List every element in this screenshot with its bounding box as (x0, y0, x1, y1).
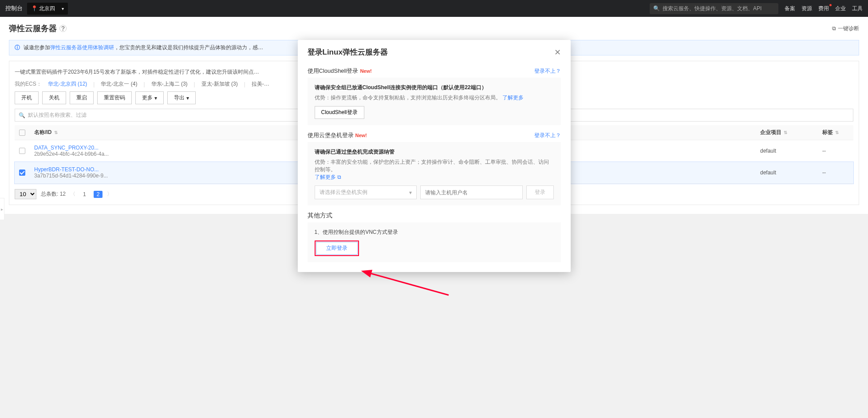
console-label[interactable]: 控制台 (5, 4, 23, 12)
bastion-title: 使用云堡垒机登录 (308, 131, 354, 139)
row-checkbox[interactable] (19, 170, 25, 176)
table-search-placeholder: 默认按照名称搜索、过滤 (28, 111, 87, 119)
tags-text: -- (822, 170, 826, 176)
nav-enterprise[interactable]: 企业 (835, 5, 846, 12)
sidebar-expand-handle[interactable]: ▸ (0, 198, 4, 214)
pager-next[interactable]: 〉 (107, 190, 112, 198)
page-1[interactable]: 1 (80, 191, 89, 198)
other-methods-title: 其他方式 (308, 212, 561, 214)
bastion-help-link[interactable]: 登录不上？ (534, 132, 561, 139)
close-icon[interactable]: ✕ (554, 48, 561, 56)
region-tab-2[interactable]: 华东-上海二 (3) (151, 80, 188, 88)
cloudshell-desc: 优势：操作更流畅，命令支持复制粘贴，支持浏览输出历史和多终端分区布局。 (315, 95, 501, 101)
col-project: 企业项目 (760, 129, 781, 135)
bastion-login-button[interactable]: 登录 (526, 185, 554, 199)
search-icon: 🔍 (19, 112, 25, 118)
project-text: default (760, 148, 776, 154)
reset-password-button[interactable]: 重置密码 (97, 91, 132, 104)
sort-icon[interactable]: ⇅ (835, 130, 839, 135)
bastion-note: 请确保已通过堡垒机完成资源纳管 (315, 148, 554, 156)
total-count: 12 (60, 191, 66, 197)
cloudshell-note: 请确保安全组已放通CloudShell连接实例使用的端口（默认使用22端口） (315, 84, 554, 91)
global-search-placeholder: 搜索云服务、快捷操作、资源、文档、API (663, 5, 761, 12)
export-button[interactable]: 导出 ▾ (167, 91, 196, 104)
col-name: 名称/ID (34, 129, 51, 135)
tags-text: -- (822, 148, 826, 154)
stop-button[interactable]: 关机 (42, 91, 66, 104)
location-pin-icon: 📍 (31, 5, 38, 12)
restart-button[interactable]: 重启 (70, 91, 94, 104)
row-checkbox[interactable] (19, 148, 25, 154)
page-title: 弹性云服务器 (9, 23, 57, 34)
page-header: 弹性云服务器 ? ⧉ 一键诊断 (0, 17, 868, 40)
regions-label: 我的ECS： (15, 80, 42, 88)
survey-post: ，您宝贵的意见和建议是我们持续提升产品体验的源动力，感… (114, 44, 263, 51)
new-badge: New! (355, 133, 367, 138)
sort-icon[interactable]: ⇅ (784, 130, 787, 135)
region-name: 北京四 (39, 5, 55, 12)
global-search-input[interactable]: 🔍 搜索云服务、快捷操作、资源、文档、API (650, 3, 778, 14)
cloudshell-login-button[interactable]: CloudShell登录 (315, 106, 364, 119)
chevron-down-icon: ▾ (154, 95, 157, 101)
bastion-desc: 优势：丰富的安全功能，保护您的云上资产；支持操作审计、命令阻断、工单审批、协同会… (315, 159, 549, 173)
page-size-select[interactable]: 10 (15, 189, 36, 199)
project-text: default (760, 170, 776, 176)
login-modal: 登录Linux弹性云服务器 ✕ 使用CloudShell登录 New! 登录不上… (298, 40, 571, 214)
new-badge: New! (360, 68, 371, 74)
region-tab-3[interactable]: 亚太-新加坡 (3) (201, 80, 238, 88)
cloudshell-learn-more[interactable]: 了解更多 (502, 95, 524, 101)
col-tags: 标签 (822, 129, 833, 135)
chevron-down-icon: ▾ (186, 95, 189, 101)
bastion-card: 请确保已通过堡垒机完成资源纳管 优势：丰富的安全功能，保护您的云上资产；支持操作… (308, 142, 561, 205)
info-icon: ⓘ (15, 44, 20, 51)
help-icon[interactable]: ? (59, 25, 67, 32)
bastion-select-placeholder: 请选择云堡垒机实例 (320, 189, 367, 196)
nav-fee[interactable]: 费用 (818, 5, 829, 12)
modal-title: 登录Linux弹性云服务器 (308, 47, 388, 57)
region-tab-4[interactable]: 拉美-… (252, 80, 269, 88)
chevron-down-icon: ▾ (409, 189, 412, 196)
diagnose-button[interactable]: ⧉ 一键诊断 (832, 25, 859, 32)
bastion-learn-more[interactable]: 了解更多 ⧉ (315, 174, 341, 180)
page-2[interactable]: 2 (94, 191, 103, 198)
survey-link[interactable]: 弹性云服务器使用体验调研 (50, 44, 114, 51)
select-all-checkbox[interactable] (19, 130, 25, 136)
bastion-instance-select[interactable]: 请选择云堡垒机实例 ▾ (315, 185, 417, 199)
external-icon: ⧉ (832, 25, 836, 32)
bastion-username-input[interactable] (420, 185, 523, 199)
survey-pre: 诚邀您参加 (24, 44, 50, 51)
nav-tools[interactable]: 工具 (852, 5, 863, 12)
total-label: 总条数: (41, 191, 58, 197)
chevron-down-icon: ▾ (62, 6, 64, 11)
more-button[interactable]: 更多 ▾ (135, 91, 164, 104)
search-icon: 🔍 (653, 5, 660, 12)
cloudshell-card: 请确保安全组已放通CloudShell连接实例使用的端口（默认使用22端口） 优… (308, 78, 561, 125)
region-tab-0[interactable]: 华北-北京四 (12) (48, 80, 87, 88)
pager-prev[interactable]: 〈 (70, 190, 75, 198)
start-button[interactable]: 开机 (15, 91, 39, 104)
cloudshell-title: 使用CloudShell登录 (308, 67, 359, 75)
region-selector[interactable]: 📍 北京四 ▾ (27, 3, 68, 15)
nav-beian[interactable]: 备案 (785, 5, 795, 12)
sort-icon[interactable]: ⇅ (54, 130, 58, 135)
region-tab-1[interactable]: 华北-北京一 (4) (101, 80, 137, 88)
nav-resource[interactable]: 资源 (801, 5, 812, 12)
top-navbar: 控制台 📍 北京四 ▾ 🔍 搜索云服务、快捷操作、资源、文档、API 备案 资源… (0, 0, 868, 17)
cloudshell-help-link[interactable]: 登录不上？ (534, 67, 561, 75)
